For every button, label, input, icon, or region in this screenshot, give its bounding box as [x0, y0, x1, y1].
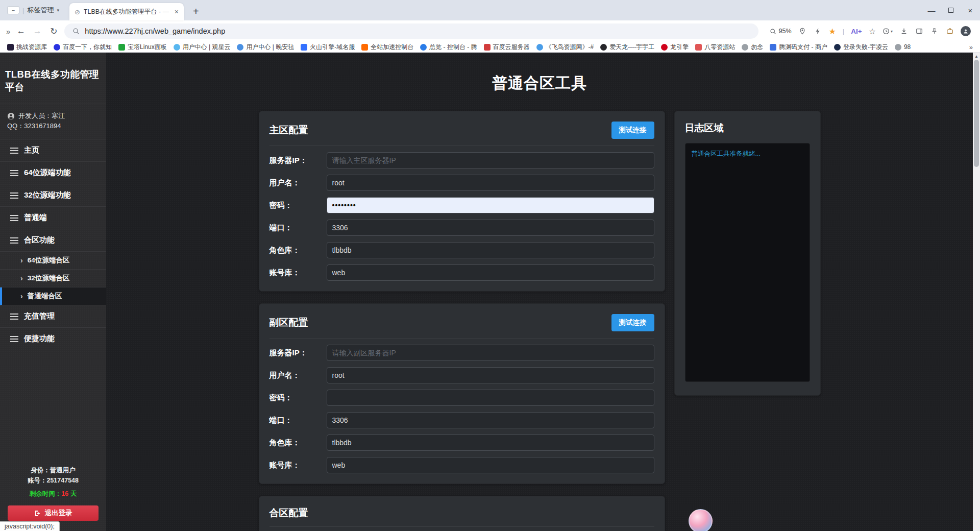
bookmark-item[interactable]: 《飞鸟资源网》-# [536, 43, 594, 52]
test-connection-button[interactable]: 测试连接 [611, 314, 654, 331]
sidebar-subitem-64bit-merge[interactable]: ›64位源端合区 [0, 252, 106, 270]
scrollbar-up-arrow[interactable]: ▲ [974, 53, 978, 60]
sidebar-item-recharge-management[interactable]: 充值管理 [0, 305, 106, 328]
bookmark-item[interactable]: 全站加速控制台 [361, 43, 413, 52]
sub-password-input[interactable] [327, 390, 654, 406]
form-row: 用户名： [270, 175, 654, 191]
floating-avatar[interactable] [689, 509, 713, 531]
bookmark-item[interactable]: 用户中心 | 观星云 [174, 43, 231, 52]
browser-tab-active[interactable]: ⊘ TLBB在线多功能管理平台 - — × [69, 3, 184, 20]
sub-username-input[interactable] [327, 367, 654, 383]
page-scrollbar[interactable]: ▲ [973, 53, 980, 531]
toolbox-icon[interactable] [945, 27, 954, 36]
bookmark-label: 登录失败-宇凌云 [843, 43, 888, 52]
sub-server-ip-input[interactable] [327, 345, 654, 361]
sub-account-db-input[interactable] [327, 457, 654, 473]
bookmark-item[interactable]: 百度云服务器 [484, 43, 530, 52]
bookmark-favicon [742, 44, 748, 51]
bookmark-item[interactable]: 登录失败-宇凌云 [834, 43, 888, 52]
sidebar-subitem-normal-merge-active[interactable]: ›普通端合区 [0, 287, 106, 305]
bookmark-favicon [895, 44, 901, 51]
bookmark-item[interactable]: 勿念 [742, 43, 763, 52]
bookmark-favicon [361, 44, 368, 51]
sidebar-item-home[interactable]: 主页 [0, 139, 106, 162]
browser-window-icon[interactable]: − [7, 6, 19, 14]
new-tab-button[interactable]: + [193, 6, 199, 16]
bookmark-item[interactable]: 八零资源站 [695, 43, 735, 52]
bookmark-label: 龙引擎 [670, 43, 689, 52]
list-icon [10, 148, 18, 154]
main-port-input[interactable] [327, 220, 654, 236]
bookmark-item[interactable]: 98 [895, 43, 911, 51]
sub-port-input[interactable] [327, 412, 654, 428]
bookmark-item[interactable]: 用户中心 | 晚安毡 [237, 43, 294, 52]
bookmark-favicon [420, 44, 427, 51]
log-panel-title: 日志区域 [685, 122, 810, 135]
bookmark-star-filled-icon[interactable]: ★ [829, 27, 836, 36]
remaining-unit: 天 [68, 490, 77, 497]
history-clock-icon[interactable]: ▾ [883, 28, 893, 35]
back-button[interactable]: ← [15, 26, 27, 36]
sidebar-item-merge-functions[interactable]: 合区功能 [0, 229, 106, 252]
bookmark-item[interactable]: 龙引擎 [661, 43, 689, 52]
download-icon[interactable] [899, 27, 908, 36]
favorite-star-icon[interactable]: ☆ [869, 27, 876, 36]
page-title: 普通合区工具 [106, 73, 973, 94]
zoom-level-text: 95% [778, 28, 791, 35]
sidebar-item-normal-client[interactable]: 普通端 [0, 207, 106, 229]
toolbar-overflow-icon[interactable]: » [6, 27, 10, 36]
url-text: https://www.227hj.cn/web_game/index.php [85, 27, 225, 35]
bookmark-item[interactable]: 爱天龙----宇宇工 [600, 43, 654, 52]
main-password-input[interactable] [327, 197, 654, 213]
log-text: 普通合区工具准备就绪... [692, 150, 761, 157]
card-title: 副区配置 [270, 316, 308, 329]
bookmarks-overflow-icon[interactable]: » [969, 43, 973, 51]
bookmark-item[interactable]: 总览 - 控制台 - 腾 [420, 43, 477, 52]
form-row: 角色库： [270, 242, 654, 258]
form-row: 账号库： [270, 264, 654, 281]
bookmark-item[interactable]: 百度一下，你就知 [54, 43, 112, 52]
sub-role-db-input[interactable] [327, 435, 654, 451]
browser-app-menu[interactable]: − | 标签管理 ▾ [5, 0, 61, 20]
pushpin-icon[interactable] [930, 27, 939, 36]
zoom-level-badge[interactable]: 95% [770, 28, 791, 35]
tab-manager-label[interactable]: 标签管理 [27, 6, 54, 15]
sidebar-item-quick-functions[interactable]: 便捷功能 [0, 328, 106, 350]
bookmark-label: 用户中心 | 观星云 [183, 43, 231, 52]
main-server-ip-input[interactable] [327, 152, 654, 168]
menu-label: 合区功能 [24, 235, 55, 245]
close-window-button[interactable]: × [961, 0, 980, 20]
bookmark-item[interactable]: 腾渊码支付 - 商户 [770, 43, 827, 52]
location-pin-icon[interactable] [798, 27, 807, 36]
main-account-db-input[interactable] [327, 264, 654, 281]
reload-button[interactable]: ↻ [48, 26, 59, 37]
bookmark-item[interactable]: 火山引擎-域名服 [301, 43, 355, 52]
ai-assistant-button[interactable]: AI+ [851, 28, 862, 35]
test-connection-button[interactable]: 测试连接 [611, 122, 654, 139]
lightning-icon[interactable] [814, 27, 822, 36]
form-row: 角色库： [270, 435, 654, 451]
logout-icon [34, 510, 41, 517]
url-input[interactable]: https://www.227hj.cn/web_game/index.php [64, 23, 758, 39]
web-page: TLBB在线多功能管理平台 开发人员：寒江 QQ：3231671894 主页 6… [0, 53, 980, 531]
minimize-button[interactable]: — [922, 0, 941, 20]
side-panel-icon[interactable] [915, 27, 923, 36]
sidebar-footer: 身份：普通用户 账号：251747548 剩余时间：16 天 退出登录 [0, 465, 106, 521]
submenu-label: 32位源端合区 [28, 274, 70, 283]
profile-avatar-icon[interactable] [961, 26, 971, 36]
bookmark-item[interactable]: 挑战资源库 [7, 43, 47, 52]
sidebar-item-32bit-functions[interactable]: 32位源端功能 [0, 184, 106, 207]
main-role-db-input[interactable] [327, 242, 654, 258]
logout-button[interactable]: 退出登录 [8, 505, 99, 521]
sidebar-subitem-32bit-merge[interactable]: ›32位源端合区 [0, 270, 106, 287]
maximize-button[interactable] [941, 0, 961, 20]
scrollbar-thumb[interactable] [974, 60, 979, 167]
bookmark-item[interactable]: 宝塔Linux面板 [118, 43, 167, 52]
tab-close-icon[interactable]: × [175, 8, 179, 16]
sidebar-item-64bit-functions[interactable]: 64位源端功能 [0, 162, 106, 184]
bookmark-label: 宝塔Linux面板 [128, 43, 167, 52]
person-icon [7, 112, 15, 120]
submenu-label: 64位源端合区 [28, 256, 70, 265]
forward-button[interactable]: → [32, 26, 43, 36]
main-username-input[interactable] [327, 175, 654, 191]
